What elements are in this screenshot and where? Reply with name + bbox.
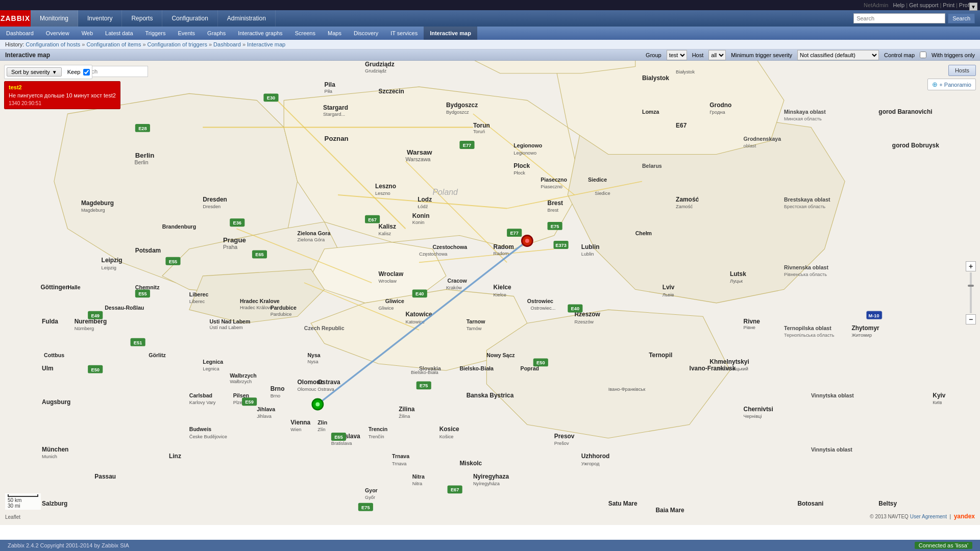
svg-text:Львів: Львів	[663, 292, 674, 297]
svg-text:gorod Baranovichi: gorod Baranovichi	[878, 108, 932, 115]
get-support-link[interactable]: Get support	[909, 2, 938, 8]
subnav-it-services[interactable]: IT services	[384, 27, 424, 40]
svg-text:Potsdam: Potsdam	[135, 247, 161, 254]
svg-text:Legionowo: Legionowo	[513, 142, 542, 148]
svg-text:E77: E77	[510, 231, 518, 236]
control-map-checkbox[interactable]	[920, 52, 926, 58]
svg-text:Carlsbad: Carlsbad	[189, 392, 212, 398]
search-input[interactable]	[853, 13, 945, 23]
with-triggers-label: With triggers only	[932, 52, 975, 58]
svg-text:Nyiregyhaza: Nyiregyhaza	[473, 473, 509, 480]
svg-text:Augsburg: Augsburg	[42, 398, 70, 406]
subnav-overview[interactable]: Overview	[40, 27, 76, 40]
zoom-slider[interactable]	[970, 272, 972, 313]
subnav-interactive-map[interactable]: Interactive map	[424, 27, 477, 40]
scale-50km: 50 km	[8, 497, 38, 503]
nav-configuration[interactable]: Configuration	[162, 10, 217, 27]
breadcrumb-history-label: History:	[5, 41, 24, 47]
svg-text:Prague: Prague	[223, 236, 246, 244]
group-select[interactable]: test	[667, 50, 687, 60]
panoramio-button[interactable]: ⊕ + Panoramio	[927, 79, 976, 90]
svg-text:E67: E67	[368, 217, 376, 222]
svg-text:Győr: Győr	[365, 495, 375, 500]
svg-text:Nitra: Nitra	[412, 481, 423, 486]
nav-administration[interactable]: Administration	[218, 10, 276, 27]
svg-text:Nysa: Nysa	[307, 352, 320, 358]
alert-message: Не пингуется дольше 10 минут хост test2	[9, 92, 116, 98]
svg-text:Луцьк: Луцьк	[730, 279, 743, 284]
svg-text:Bielsko-Biała: Bielsko-Biała	[459, 365, 494, 371]
svg-text:Miskolc: Miskolc	[459, 460, 482, 467]
breadcrumb-dashboard[interactable]: Dashboard	[213, 41, 241, 47]
svg-text:Warszawa: Warszawa	[405, 156, 430, 162]
subnav-events[interactable]: Events	[172, 27, 201, 40]
main-nav: ZABBIX Monitoring Inventory Reports Conf…	[0, 10, 980, 27]
svg-text:Grodnenskaya: Grodnenskaya	[744, 136, 781, 142]
svg-text:Chernivtsi: Chernivtsi	[744, 406, 773, 413]
breadcrumb-interactive-map[interactable]: Interactive map	[247, 41, 285, 47]
svg-text:Jihlava: Jihlava	[257, 414, 272, 419]
breadcrumb-config-items[interactable]: Configuration of items	[86, 41, 141, 47]
svg-marker-10	[486, 310, 730, 438]
hosts-button[interactable]: Hosts	[948, 65, 976, 76]
subnav-dashboard[interactable]: Dashboard	[0, 27, 40, 40]
zoom-out-button[interactable]: −	[966, 314, 976, 324]
sort-arrow-icon: ▼	[52, 69, 57, 75]
zoom-in-button[interactable]: +	[966, 261, 976, 271]
subnav-discovery[interactable]: Discovery	[348, 27, 384, 40]
svg-text:Piaseczno: Piaseczno	[541, 177, 567, 183]
nav-reports[interactable]: Reports	[122, 10, 162, 27]
svg-text:Plock: Plock	[513, 162, 530, 169]
subnav-maps[interactable]: Maps	[322, 27, 348, 40]
svg-text:Минская область: Минская область	[784, 116, 822, 121]
svg-text:Szczecin: Szczecin	[379, 88, 404, 95]
subnav-latest-data[interactable]: Latest data	[99, 27, 139, 40]
svg-text:Wien: Wien	[290, 427, 301, 432]
breadcrumb-config-hosts[interactable]: Configuration of hosts	[26, 41, 80, 47]
svg-text:Brestskaya oblast: Brestskaya oblast	[784, 196, 830, 203]
username-display: NetAdmin	[864, 2, 888, 8]
svg-text:Nowy Sącz: Nowy Sącz	[486, 352, 514, 358]
zoom-handle[interactable]	[968, 285, 974, 287]
svg-text:Warsaw: Warsaw	[407, 148, 432, 156]
group-label: Group	[646, 52, 662, 58]
print-link[interactable]: Print	[943, 2, 954, 8]
svg-text:Magdeburg: Magdeburg	[81, 208, 105, 213]
breadcrumb-config-triggers[interactable]: Configuration of triggers	[148, 41, 207, 47]
host-select[interactable]: all	[708, 50, 726, 60]
subnav-web[interactable]: Web	[76, 27, 99, 40]
subnav-interactive-graphs[interactable]: Interactive graphs	[232, 27, 288, 40]
subnav-screens[interactable]: Screens	[289, 27, 322, 40]
map-container[interactable]: E28 E30 E67 E77 E77 E75 E40 E36 Berlin B…	[0, 61, 980, 525]
svg-text:Nyíregyháza: Nyíregyháza	[473, 481, 500, 486]
svg-text:Beltsy: Beltsy	[878, 500, 897, 507]
help-link[interactable]: Help	[893, 2, 905, 8]
svg-text:Trnava: Trnava	[392, 453, 409, 459]
svg-text:Berlin: Berlin	[135, 152, 155, 159]
svg-text:Trenčín: Trenčín	[369, 434, 384, 439]
collapse-button[interactable]: ▼	[969, 3, 977, 11]
svg-text:Legnica: Legnica	[203, 359, 223, 365]
svg-text:Leipzig: Leipzig	[102, 265, 116, 270]
search-button[interactable]: Search	[948, 13, 975, 23]
user-agreement-link[interactable]: User Agreement	[910, 514, 947, 519]
nav-monitoring[interactable]: Monitoring	[31, 10, 78, 27]
svg-text:Pila: Pila	[325, 81, 336, 88]
svg-text:E28: E28	[138, 126, 146, 131]
svg-text:Czestochowa: Czestochowa	[432, 244, 467, 250]
svg-text:Київ: Київ	[933, 400, 942, 405]
leaflet-link[interactable]: Leaflet	[5, 514, 20, 520]
nav-inventory[interactable]: Inventory	[78, 10, 122, 27]
subnav-graphs[interactable]: Graphs	[201, 27, 232, 40]
keep-checkbox[interactable]	[83, 69, 90, 76]
svg-text:Житомир: Житомир	[851, 333, 872, 338]
sort-by-severity-button[interactable]: Sort by severity ▼	[7, 67, 62, 77]
svg-text:E67: E67	[676, 122, 687, 129]
svg-text:Radom: Radom	[494, 243, 514, 251]
severity-select[interactable]: Not classified (default)	[797, 50, 879, 60]
copyright-text: © 2013 NAVTEQ	[870, 514, 909, 519]
svg-text:Wrocław: Wrocław	[379, 279, 397, 284]
svg-text:Linz: Linz	[169, 453, 181, 460]
svg-text:Zilina: Zilina	[399, 406, 414, 413]
subnav-triggers[interactable]: Triggers	[139, 27, 172, 40]
